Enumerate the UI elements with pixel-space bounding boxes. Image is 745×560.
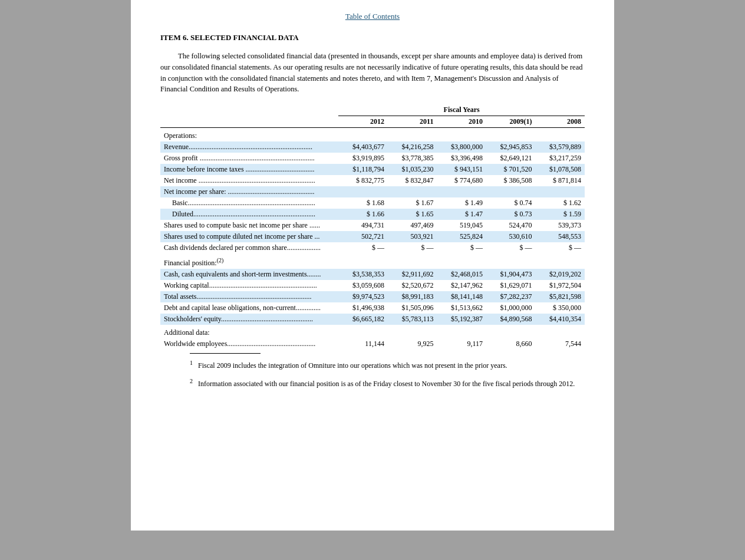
table-row: Net income .............................… (160, 175, 585, 186)
column-headers-row: 2012 2011 2010 2009(1) 2008 (160, 116, 585, 128)
table-row: Total assets............................… (160, 291, 585, 302)
intro-paragraph: The following selected consolidated fina… (160, 51, 585, 95)
col-header-2012: 2012 (338, 116, 388, 128)
table-row: Cash, cash equivalents and short-term in… (160, 269, 585, 280)
table-row: Debt and capital lease obligations, non-… (160, 302, 585, 314)
footnote-divider (190, 353, 261, 354)
col-header-2008: 2008 (535, 116, 585, 128)
section-title: ITEM 6. SELECTED FINANCIAL DATA (160, 33, 585, 42)
toc-link[interactable]: Table of Contents (345, 12, 400, 21)
fiscal-years-label: Fiscal Years (338, 106, 585, 116)
footnote-1: 1 Fiscal 2009 includes the integration o… (160, 358, 585, 371)
financial-table: Fiscal Years 2012 2011 2010 2009(1) 2008… (160, 106, 585, 350)
table-row: Gross profit ...........................… (160, 153, 585, 164)
toc-link-container: Table of Contents (160, 12, 585, 21)
table-row: Net income per share: ..................… (160, 186, 585, 197)
section-header-row: Additional data: (160, 325, 585, 338)
col-header-2011: 2011 (388, 116, 437, 128)
table-row: Shares used to compute diluted net incom… (160, 231, 585, 242)
table-row: Revenue.................................… (160, 141, 585, 153)
table-row: Cash dividends declared per common share… (160, 242, 585, 253)
col-header-2009: 2009(1) (486, 116, 536, 128)
table-row: Worldwide employees.....................… (160, 338, 585, 350)
fiscal-years-header-row: Fiscal Years (160, 106, 585, 116)
section-header-row: Financial position:(2) (160, 253, 585, 269)
table-row: Working capital.........................… (160, 280, 585, 291)
footnote-2: 2 Information associated with our financ… (160, 377, 585, 389)
table-row: Stockholders' equity....................… (160, 314, 585, 325)
section-header-row: Operations: (160, 128, 585, 142)
table-row: Income before income taxes .............… (160, 164, 585, 175)
page-container: Table of Contents ITEM 6. SELECTED FINAN… (131, 0, 614, 531)
col-header-2010: 2010 (437, 116, 486, 128)
table-row: Shares used to compute basic net income … (160, 220, 585, 231)
table-row: Basic...................................… (160, 197, 585, 209)
table-row: Diluted.................................… (160, 209, 585, 220)
